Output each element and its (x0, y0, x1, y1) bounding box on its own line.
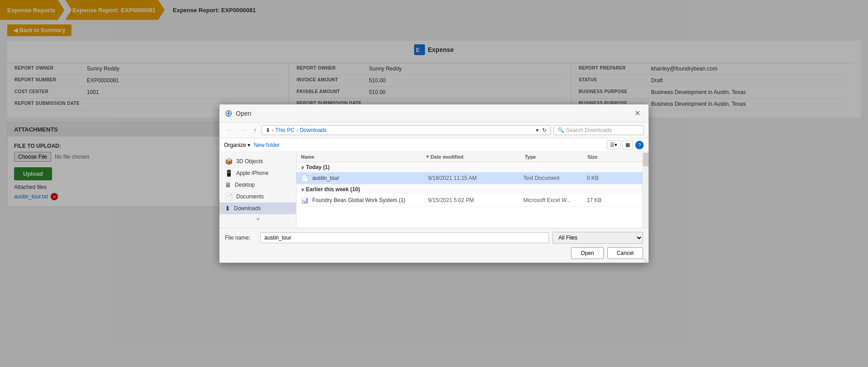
back-nav-button[interactable]: ← (224, 126, 235, 135)
nav-3d-objects[interactable]: 📦 3D Objects (219, 155, 296, 167)
today-group-header[interactable]: Today (1) (296, 162, 642, 172)
svg-rect-8 (230, 113, 232, 114)
up-nav-button[interactable]: ↑ (251, 126, 259, 135)
path-bar[interactable]: ⬇ › This PC › Downloads ▾ ↻ (262, 125, 551, 135)
nav-desktop[interactable]: 🖥 Desktop (219, 179, 296, 191)
path-downloads-icon: ⬇ (266, 127, 270, 133)
file-list-area: Name ▾ Date modified Type Size Today (1)… (296, 152, 642, 207)
file-row-foundry-bean[interactable]: 📊 Foundry Bean Global Work System (1) 9/… (296, 194, 642, 207)
path-refresh-icon[interactable]: ↻ (542, 127, 547, 133)
modal-title: Open (236, 110, 251, 117)
modal-close-button[interactable]: ✕ (632, 108, 643, 118)
file-list-scrollbar[interactable] (642, 152, 649, 207)
nav-apple-iphone[interactable]: 📱 Apple iPhone (219, 167, 296, 179)
sort-icon: ▾ (426, 154, 429, 160)
forward-nav-button[interactable]: → (238, 126, 248, 135)
downloads-icon: ⬇ (225, 205, 230, 207)
organize-button[interactable]: Organize ▾ (224, 142, 250, 148)
new-folder-button[interactable]: New folder (254, 142, 280, 148)
search-downloads-bar[interactable]: 🔍 Search Downloads (553, 125, 644, 135)
nav-downloads[interactable]: ⬇ Downloads (219, 202, 296, 207)
path-this-pc[interactable]: This PC (275, 127, 295, 133)
svg-point-4 (227, 112, 230, 115)
sidebar-nav: 📦 3D Objects 📱 Apple iPhone 🖥 Desktop 📄 … (219, 152, 296, 207)
file-list-header: Name ▾ Date modified Type Size (296, 152, 642, 162)
path-dropdown-icon[interactable]: ▾ (536, 127, 539, 133)
file-row-austin-tour[interactable]: 📄 austin_tour 9/18/2021 11:15 AM Text Do… (296, 172, 642, 184)
path-downloads[interactable]: Downloads (300, 127, 326, 133)
svg-rect-7 (225, 113, 227, 114)
file-browser: 📦 3D Objects 📱 Apple iPhone 🖥 Desktop 📄 … (219, 152, 649, 207)
view-preview-button[interactable]: ▦ (622, 140, 633, 150)
svg-rect-5 (228, 110, 229, 112)
organize-chevron-icon: ▾ (248, 142, 250, 148)
help-button[interactable]: ? (635, 141, 644, 150)
file-icon-foundry-bean: 📊 (301, 197, 309, 204)
modal-toolbar: ← → ↑ ⬇ › This PC › Downloads ▾ ↻ 🔍 Sear… (219, 122, 649, 138)
file-icon-austin-tour: 📄 (301, 174, 309, 182)
modal-titlebar: Open ✕ (219, 104, 649, 122)
view-list-button[interactable]: ☰▾ (607, 140, 620, 150)
desktop-icon: 🖥 (225, 181, 231, 188)
earlier-week-group-header[interactable]: Earlier this week (10) (296, 184, 642, 194)
modal-actions-bar: Organize ▾ New folder ☰▾ ▦ ? (219, 138, 649, 152)
nav-documents[interactable]: 📄 Documents (219, 191, 296, 202)
documents-icon: 📄 (225, 193, 233, 200)
svg-rect-6 (228, 115, 229, 117)
3d-objects-icon: 📦 (225, 158, 233, 165)
open-file-dialog: Open ✕ ← → ↑ ⬇ › This PC › Downloads ▾ ↻… (219, 104, 649, 207)
search-icon: 🔍 (558, 127, 564, 133)
apple-iphone-icon: 📱 (225, 169, 233, 177)
modal-overlay: Open ✕ ← → ↑ ⬇ › This PC › Downloads ▾ ↻… (0, 0, 868, 207)
